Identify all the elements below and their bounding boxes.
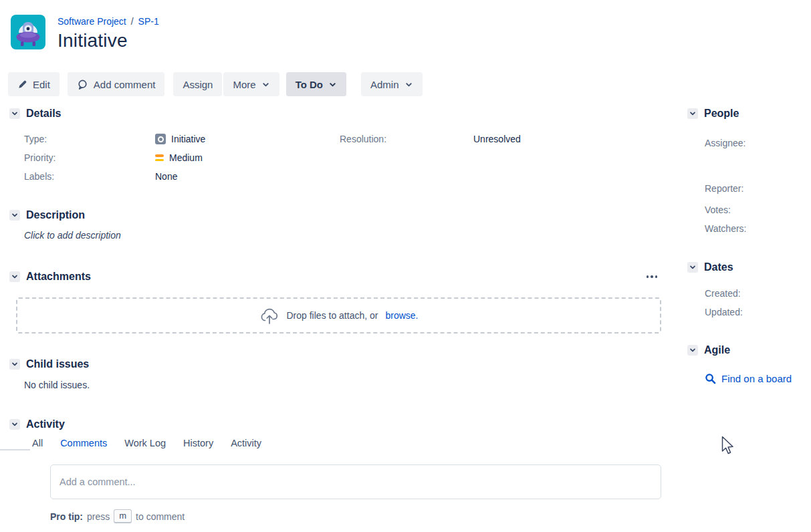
more-button-label: More <box>233 79 255 90</box>
attachments-options-ellipsis-icon[interactable] <box>645 273 659 281</box>
comment-input[interactable] <box>60 477 652 487</box>
issue-title: Initiative <box>57 30 159 51</box>
issue-header: Software Project / SP-1 Initiative <box>11 15 159 51</box>
chevron-down-icon <box>404 80 413 89</box>
edit-button-label: Edit <box>33 79 50 90</box>
status-button[interactable]: To Do <box>286 72 346 96</box>
breadcrumb-issue-key-link[interactable]: SP-1 <box>138 16 159 27</box>
add-comment-button-label: Add comment <box>94 79 156 90</box>
breadcrumb-separator: / <box>131 16 134 27</box>
chevron-down-icon <box>11 420 19 428</box>
chevron-down-icon <box>689 110 697 118</box>
resolution-value: Unresolved <box>473 134 521 144</box>
activity-section: Activity All Comments Work Log History A… <box>9 418 661 448</box>
activity-heading: Activity <box>26 418 65 431</box>
comment-footer: Pro tip: press m to comment <box>0 453 811 532</box>
chevron-down-icon <box>11 211 19 219</box>
labels-label: Labels: <box>24 171 155 182</box>
agile-collapse-toggle[interactable] <box>687 345 698 356</box>
attachments-heading: Attachments <box>26 270 91 283</box>
pro-tip-press: press <box>87 511 110 522</box>
agile-section: Agile Find on a board <box>687 344 811 357</box>
description-heading: Description <box>26 209 85 222</box>
people-section: People Assignee: Reporter: Votes: Watche… <box>687 107 811 120</box>
tab-all[interactable]: All <box>32 438 43 448</box>
activity-tabs: All Comments Work Log History Activity <box>32 438 661 448</box>
dropzone-text: Drop files to attach, or <box>287 310 378 321</box>
pencil-icon <box>17 80 27 90</box>
pro-tip: Pro tip: press m to comment <box>50 509 185 523</box>
add-comment-button[interactable]: Add comment <box>68 72 165 96</box>
tab-strip-border <box>0 449 30 450</box>
mouse-cursor <box>721 436 734 455</box>
labels-value: None <box>155 171 177 182</box>
votes-label: Votes: <box>705 205 731 215</box>
child-issues-heading: Child issues <box>26 358 89 371</box>
project-avatar[interactable] <box>11 15 45 49</box>
agile-heading: Agile <box>704 344 730 357</box>
assign-button[interactable]: Assign <box>173 72 222 96</box>
priority-label: Priority: <box>24 152 155 163</box>
field-row-labels: Labels: None <box>24 167 340 186</box>
chevron-down-icon <box>11 110 19 118</box>
find-on-board-label: Find on a board <box>721 373 792 384</box>
tab-history[interactable]: History <box>183 438 213 448</box>
comment-bubble-icon <box>77 79 88 90</box>
field-row-type: Type: Initiative <box>24 130 340 148</box>
chevron-down-icon <box>328 80 337 89</box>
child-issues-collapse-toggle[interactable] <box>9 359 20 370</box>
child-issues-empty-text: No child issues. <box>24 380 661 390</box>
admin-button[interactable]: Admin <box>361 72 423 96</box>
tab-activity[interactable]: Activity <box>231 438 261 448</box>
details-heading: Details <box>26 107 61 120</box>
watchers-label: Watchers: <box>705 223 747 234</box>
find-on-board-link[interactable]: Find on a board <box>705 373 792 384</box>
tab-work-log[interactable]: Work Log <box>124 438 166 448</box>
ufo-alien-icon <box>11 15 45 49</box>
tab-comments[interactable]: Comments <box>60 438 107 448</box>
child-issues-section: Child issues No child issues. <box>9 358 661 390</box>
dates-heading: Dates <box>704 261 733 274</box>
cloud-upload-icon <box>259 307 279 325</box>
issue-toolbar: Edit Add comment Assign More To Do Admin <box>8 72 423 96</box>
people-heading: People <box>704 107 739 120</box>
edit-button[interactable]: Edit <box>8 72 60 96</box>
description-collapse-toggle[interactable] <box>9 210 20 221</box>
initiative-type-icon <box>155 134 166 144</box>
type-value: Initiative <box>171 134 205 144</box>
type-label: Type: <box>24 134 155 144</box>
attachments-section: Attachments Drop files to attach, or bro… <box>9 270 661 283</box>
details-collapse-toggle[interactable] <box>9 108 20 119</box>
description-section: Description Click to add description <box>9 209 661 241</box>
breadcrumb: Software Project / SP-1 <box>57 15 159 27</box>
chevron-down-icon <box>689 263 697 271</box>
breadcrumb-project-link[interactable]: Software Project <box>57 16 126 27</box>
pro-tip-label: Pro tip: <box>50 511 83 522</box>
chevron-down-icon <box>11 273 19 281</box>
dates-collapse-toggle[interactable] <box>687 262 698 273</box>
assign-button-label: Assign <box>183 79 213 90</box>
attachments-dropzone[interactable]: Drop files to attach, or browse. <box>16 297 661 334</box>
resolution-label: Resolution: <box>340 134 473 144</box>
pro-tip-suffix: to comment <box>136 511 185 522</box>
assignee-label: Assignee: <box>705 138 745 148</box>
field-row-priority: Priority: Medium <box>24 148 340 167</box>
search-icon <box>705 373 716 384</box>
priority-value: Medium <box>169 152 203 163</box>
description-placeholder[interactable]: Click to add description <box>24 230 661 241</box>
chevron-down-icon <box>261 80 270 89</box>
people-collapse-toggle[interactable] <box>687 108 698 119</box>
chevron-down-icon <box>11 360 19 368</box>
medium-priority-icon <box>155 154 164 161</box>
attachments-collapse-toggle[interactable] <box>9 271 20 282</box>
more-button[interactable]: More <box>223 72 279 96</box>
details-section: Details Type: Initiative Priority: Mediu… <box>9 107 661 186</box>
assign-more-button-group: Assign More <box>173 72 279 96</box>
status-button-label: To Do <box>296 79 323 90</box>
activity-collapse-toggle[interactable] <box>9 419 20 430</box>
browse-link[interactable]: browse. <box>385 310 418 321</box>
comment-input-box[interactable] <box>50 464 661 499</box>
dates-section: Dates Created: Updated: <box>687 261 811 274</box>
updated-label: Updated: <box>705 307 743 317</box>
keyboard-key-m: m <box>114 509 132 523</box>
